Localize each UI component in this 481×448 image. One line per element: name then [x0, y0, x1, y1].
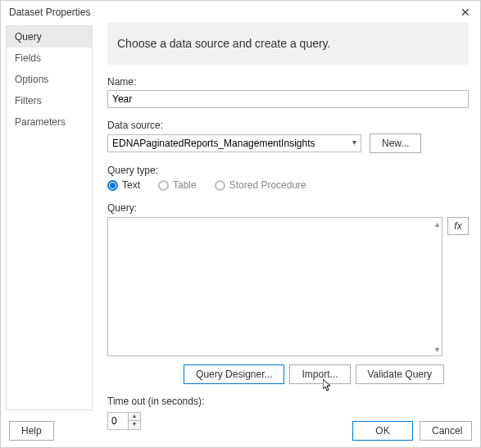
- expression-button[interactable]: fx: [447, 217, 469, 235]
- window-title: Dataset Properties: [9, 7, 90, 18]
- datasource-label: Data source:: [107, 120, 469, 131]
- help-button[interactable]: Help: [9, 421, 54, 441]
- validate-query-button[interactable]: Validate Query: [356, 364, 445, 384]
- ok-button[interactable]: OK: [352, 421, 413, 441]
- radio-icon: [107, 180, 118, 191]
- querytype-label: Query type:: [107, 165, 469, 176]
- cancel-button[interactable]: Cancel: [420, 421, 472, 441]
- name-input[interactable]: [107, 90, 469, 108]
- page-heading: Choose a data source and create a query.: [107, 22, 469, 65]
- import-button[interactable]: Import...: [289, 364, 350, 384]
- radio-table-label: Table: [173, 179, 197, 191]
- sidebar-item-parameters[interactable]: Parameters: [7, 111, 92, 133]
- radio-text[interactable]: Text: [107, 179, 140, 191]
- query-textarea[interactable]: ▴ ▾: [107, 217, 442, 356]
- sidebar: Query Fields Options Filters Parameters: [6, 25, 93, 410]
- sidebar-item-options[interactable]: Options: [7, 69, 92, 90]
- sidebar-item-fields[interactable]: Fields: [7, 48, 92, 69]
- radio-table[interactable]: Table: [158, 179, 197, 191]
- radio-text-label: Text: [122, 179, 140, 191]
- radio-storedproc[interactable]: Stored Procedure: [215, 179, 306, 191]
- sidebar-item-filters[interactable]: Filters: [7, 90, 92, 111]
- sidebar-item-query[interactable]: Query: [7, 26, 92, 48]
- close-icon[interactable]: ✕: [457, 6, 474, 19]
- radio-icon: [215, 180, 225, 191]
- name-label: Name:: [107, 76, 469, 88]
- scroll-down-icon[interactable]: ▾: [435, 345, 439, 354]
- radio-storedproc-label: Stored Procedure: [229, 179, 306, 191]
- query-designer-button[interactable]: Query Designer...: [184, 364, 284, 384]
- datasource-select[interactable]: [107, 134, 361, 152]
- new-button[interactable]: New...: [370, 133, 421, 153]
- query-label: Query:: [107, 202, 469, 214]
- radio-icon: [158, 180, 169, 191]
- timeout-label: Time out (in seconds):: [107, 396, 469, 407]
- scroll-up-icon[interactable]: ▴: [435, 219, 439, 229]
